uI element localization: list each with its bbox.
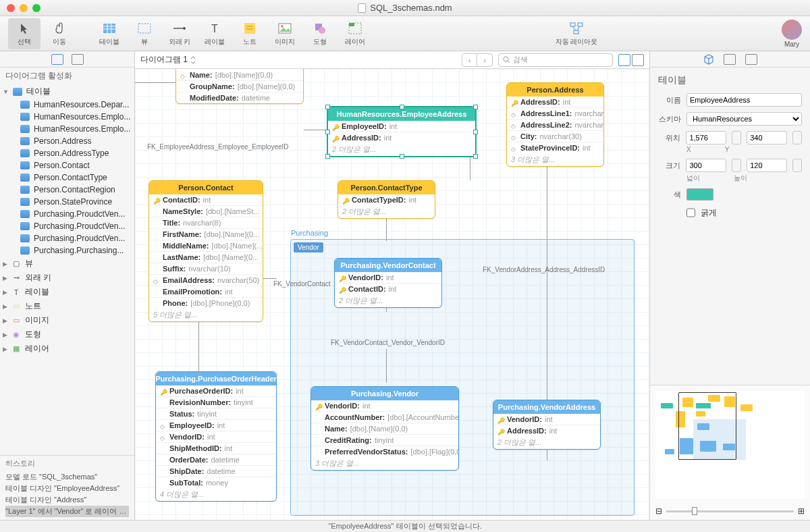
column-row[interactable]: ShipDate: datetime — [156, 465, 276, 477]
column-row[interactable]: StateProvinceID: int — [507, 142, 603, 153]
column-row[interactable]: Title: nvarchar(8) — [149, 217, 263, 228]
prop-w-input[interactable] — [686, 159, 726, 172]
column-row[interactable]: EmailAddress: nvarchar(50) — [149, 274, 263, 286]
tool-table[interactable]: 테이블 — [93, 18, 126, 49]
history-item[interactable]: 모델 로드 "SQL_3schemas" — [5, 471, 129, 483]
tool-select[interactable]: 선택 — [8, 18, 40, 49]
tree-item[interactable]: Person.Contact — [0, 159, 134, 171]
column-row[interactable]: EmailPromotion: int — [149, 286, 263, 297]
column-row[interactable]: MiddleName: [dbo].[Name](... — [149, 240, 263, 251]
zoom-out-icon[interactable]: ⊟ — [655, 506, 662, 516]
tool-move[interactable]: 이동 — [43, 18, 76, 49]
tree-category[interactable]: ▶▭노트 — [0, 299, 134, 313]
tool-layer[interactable]: 레이어 — [339, 18, 371, 49]
right-tab-2-icon[interactable] — [724, 54, 736, 65]
column-row[interactable]: ModifiedDate: datetime — [176, 92, 303, 103]
column-row[interactable]: Suffix: nvarchar(10) — [149, 263, 263, 274]
user-menu[interactable]: Mary — [782, 20, 802, 48]
zoom-in-icon[interactable]: ⊞ — [798, 506, 805, 516]
tree-item[interactable]: Purchasing.ProudctVen... — [0, 208, 134, 220]
entity-vendor-contact[interactable]: Purchasing.VendorContact VendorID: intCo… — [334, 258, 442, 308]
tool-shape[interactable]: 도형 — [304, 18, 336, 49]
tree-category[interactable]: ▶T레이블 — [0, 285, 134, 299]
tool-label[interactable]: T 레이블 — [198, 18, 231, 49]
tool-note[interactable]: 노트 — [234, 18, 266, 49]
column-row[interactable]: ContactTypeID: int — [338, 194, 435, 205]
tree-category[interactable]: ▶▦레이어 — [0, 342, 134, 356]
nav-forward[interactable]: › — [477, 54, 492, 66]
column-row[interactable]: FirstName: [dbo].[Name](0... — [149, 228, 263, 240]
column-row[interactable]: VendorID: int — [335, 272, 441, 283]
column-row[interactable]: ShipMethodID: int — [156, 442, 276, 454]
stepper-icon[interactable] — [732, 131, 741, 144]
column-row[interactable]: VendorID: int — [156, 431, 276, 442]
column-row[interactable]: Name: [dbo].[Name](0,0) — [176, 70, 303, 80]
nav-back[interactable]: ‹ — [462, 54, 477, 66]
column-row[interactable]: EmployeeID: int — [328, 121, 475, 132]
tool-view[interactable]: 뷰 — [128, 18, 161, 49]
column-row[interactable]: AddressID: int — [493, 425, 600, 436]
history-item[interactable]: 테이블 디자인 "Address" — [5, 494, 129, 506]
search-input[interactable]: 검색 — [498, 53, 613, 67]
tree-category[interactable]: ▶⊸외래 키 — [0, 271, 134, 285]
tree-item[interactable]: HumanResources.Emplo... — [0, 111, 134, 123]
tool-image[interactable]: 이미지 — [269, 18, 301, 49]
layout-left-icon[interactable] — [618, 54, 630, 66]
column-row[interactable]: RevisionNumber: tinyint — [156, 396, 276, 408]
column-row[interactable]: OrderDate: datetime — [156, 454, 276, 465]
column-row[interactable]: ContactID: int — [149, 194, 263, 205]
zoom-slider[interactable]: ⊟ ⊞ — [655, 506, 805, 516]
tree-item[interactable]: Purchasing.ProudctVen... — [0, 220, 134, 232]
color-swatch[interactable] — [686, 188, 713, 201]
entity-contact-type[interactable]: Person.ContactType ContactTypeID: int 2 … — [338, 180, 435, 219]
entity-address[interactable]: Person.Address AddressID: intAddressLine… — [506, 82, 604, 167]
tree-category[interactable]: ▶▢뷰 — [0, 257, 134, 271]
column-row[interactable]: LastName: [dbo].[Name](0... — [149, 251, 263, 263]
column-row[interactable]: VendorID: int — [493, 414, 600, 425]
left-tab-model-icon[interactable] — [72, 54, 84, 65]
minimize-icon[interactable] — [20, 4, 28, 12]
column-row[interactable]: GroupName: [dbo].[Name](0,0) — [176, 80, 303, 92]
prop-y-input[interactable] — [747, 131, 787, 144]
column-row[interactable]: CreditRating: tinyint — [311, 434, 458, 446]
prop-bold-checkbox[interactable] — [686, 206, 695, 219]
entity-po-header[interactable]: Purchasing.PurchaseOrderHeader PurchaseO… — [155, 371, 277, 502]
entity-employee-address[interactable]: HumanResources.EmployeeAddress EmployeeI… — [327, 107, 476, 157]
tree-item[interactable]: Person.AddressType — [0, 147, 134, 159]
stepper-icon[interactable] — [792, 131, 802, 144]
prop-name-input[interactable] — [686, 93, 802, 107]
entity-vendor[interactable]: Purchasing.Vendor VendorID: intAccountNu… — [310, 386, 459, 471]
tool-auto-layout[interactable]: 자동 레이아웃 — [552, 18, 601, 49]
column-row[interactable]: EmployeeID: int — [156, 419, 276, 431]
tree-item[interactable]: Person.Address — [0, 135, 134, 147]
column-row[interactable]: City: nvarchar(30) — [507, 130, 603, 142]
tree-tables-root[interactable]: ▼ 테이블 — [0, 84, 134, 99]
minimap[interactable]: ⊟ ⊞ — [650, 385, 810, 520]
history-item[interactable]: 테이블 디자인 "EmployeeAddress" — [5, 483, 129, 494]
entity-department[interactable]: . Name: [dbo].[Name](0,0)GroupName: [dbo… — [176, 69, 304, 104]
prop-h-input[interactable] — [747, 159, 787, 172]
tree-item[interactable]: Purchasing.ProudctVen... — [0, 232, 134, 244]
column-row[interactable]: NameStyle: [dbo].[NameSt... — [149, 205, 263, 217]
tree-item[interactable]: HumanResources.Emplo... — [0, 123, 134, 135]
column-row[interactable]: AddressID: int — [507, 97, 603, 107]
column-row[interactable]: SubTotal: money — [156, 477, 276, 488]
prop-schema-select[interactable]: HumanResources — [686, 112, 802, 126]
history-item[interactable]: "Layer 1" 에서 "Vendor" 로 레이어 이... — [5, 506, 129, 517]
column-row[interactable]: AddressLine1: nvarchar(... — [507, 107, 603, 119]
tree-item[interactable]: Person.ContactRegion — [0, 184, 134, 196]
entity-vendor-address[interactable]: Purchasing.VendorAddress VendorID: intAd… — [493, 400, 601, 450]
column-row[interactable]: Phone: [dbo].[Phone](0,0) — [149, 297, 263, 309]
properties-tab-icon[interactable] — [703, 54, 714, 65]
left-tab-diagram-icon[interactable] — [51, 54, 63, 65]
tree-item[interactable]: Person.StateProvince — [0, 196, 134, 208]
right-tab-3-icon[interactable] — [745, 54, 757, 65]
column-row[interactable]: PreferredVendorStatus: [dbo].[Flag](0,0) — [311, 446, 458, 457]
entity-contact[interactable]: Person.Contact ContactID: intNameStyle: … — [148, 180, 263, 322]
maximize-icon[interactable] — [32, 4, 40, 12]
stepper-icon[interactable] — [732, 159, 741, 172]
column-row[interactable]: AddressID: int — [328, 132, 475, 143]
tool-fk[interactable]: 외래 키 — [163, 18, 196, 49]
column-row[interactable]: AccountNumber: [dbo].[AccountNumber](... — [311, 411, 458, 423]
layout-right-icon[interactable] — [632, 54, 644, 66]
